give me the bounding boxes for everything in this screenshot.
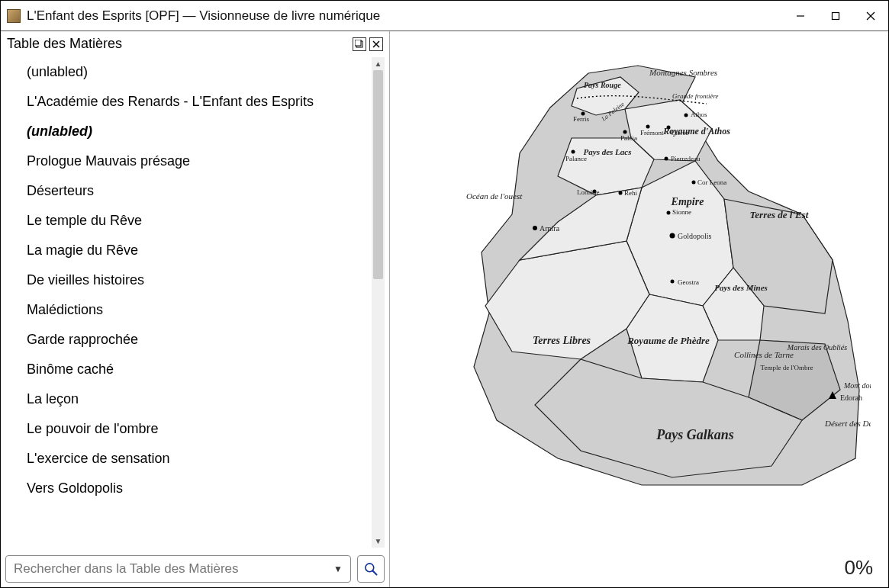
toc-item[interactable]: L'exercice de sensation [27,444,371,474]
minimize-button[interactable] [783,1,818,31]
map-label-montdore: Mont doré [843,381,871,390]
book-map: Océan de l'ouest Pays Rouge Montagnes So… [443,62,871,489]
toc-item[interactable]: (unlabled) [27,117,371,146]
toc-item[interactable]: (unlabled) [27,57,371,87]
scrollbar-track[interactable] [372,70,385,535]
map-label-ocean: Océan de l'ouest [466,191,523,201]
svg-point-20 [667,211,671,215]
svg-text:Goldopolis: Goldopolis [678,232,712,240]
toc-item[interactable]: Le temple du Rêve [27,206,371,236]
map-label-montagnes: Montagnes Sombres [649,68,717,77]
svg-point-16 [572,150,575,154]
toc-item[interactable]: Vers Goldopolis [27,474,371,503]
scroll-down-icon[interactable]: ▼ [372,535,385,548]
svg-point-14 [684,114,688,117]
close-panel-icon [372,40,381,49]
svg-text:Rehi: Rehi [624,189,637,197]
map-label-mines: Pays des Mines [714,283,768,292]
svg-text:Clerce: Clerce [671,129,688,137]
toc-item[interactable]: Garde rapprochée [27,325,371,355]
svg-text:Edorah: Edorah [840,394,862,402]
toc-item[interactable]: L'Académie des Renards - L'Enfant des Es… [27,87,371,117]
window-title: L'Enfant des Esprits [OPF] — Visionneuse… [27,8,380,24]
svg-text:Athos: Athos [691,111,707,118]
svg-text:Lomène: Lomène [577,188,600,196]
toc-list: (unlabled)L'Académie des Renards - L'Enf… [5,57,371,548]
close-panel-button[interactable] [369,37,383,51]
close-icon [866,11,875,21]
map-label-marais: Marais des Oubliés [787,343,847,352]
map-label-desert: Désert des Damnés [824,419,871,428]
toc-item[interactable]: De vieilles histoires [27,265,371,295]
toc-item[interactable]: Le pouvoir de l'ombre [27,414,371,444]
toc-item[interactable]: Malédictions [27,295,371,325]
toc-scrollbar[interactable]: ▲ ▼ [372,57,385,548]
scrollbar-thumb[interactable] [373,70,383,279]
content-pane[interactable]: Océan de l'ouest Pays Rouge Montagnes So… [390,31,888,587]
toc-title: Table des Matières [7,36,122,52]
scroll-up-icon[interactable]: ▲ [372,57,385,70]
svg-point-15 [665,157,668,161]
maximize-icon [831,11,840,21]
svg-text:Arnira: Arnira [540,224,560,233]
minimize-icon [796,11,805,21]
map-label-libres: Terres Libres [533,335,591,346]
svg-rect-5 [355,40,361,46]
restore-panel-button[interactable] [353,37,366,51]
titlebar: L'Enfant des Esprits [OPF] — Visionneuse… [1,1,888,31]
toc-item[interactable]: La leçon [27,384,371,414]
close-button[interactable] [853,1,888,31]
map-label-phedre: Royaume de Phèdre [626,335,710,346]
svg-text:Paléia: Paléia [620,134,637,142]
svg-text:Pierredeau: Pierredeau [671,155,701,162]
svg-point-18 [619,191,623,195]
map-label-tarne: Collines de Tarne [734,350,794,359]
toc-item[interactable]: Prologue Mauvais présage [27,146,371,176]
svg-text:Geostra: Geostra [678,278,699,286]
toc-item[interactable]: Binôme caché [27,355,371,384]
toc-search-input[interactable]: Rechercher dans la Table des Matières ▼ [5,555,351,583]
svg-text:Cor Leona: Cor Leona [697,178,726,186]
toc-scroll: (unlabled)L'Académie des Renards - L'Enf… [5,56,385,548]
map-label-galkans: Pays Galkans [655,427,734,442]
toc-search-button[interactable] [357,555,385,583]
svg-text:Ferris: Ferris [573,115,589,123]
search-icon [363,561,378,577]
toc-search-placeholder: Rechercher dans la Table des Matières [14,561,239,577]
window-controls [783,1,888,31]
svg-point-21 [670,233,675,239]
svg-text:Sionne: Sionne [672,208,691,216]
svg-text:Frémont: Frémont [640,129,664,137]
svg-point-12 [646,125,650,129]
reading-progress: 0% [844,556,873,580]
map-label-temple: Temple de l'Ombre [761,364,813,371]
app-body: Table des Matières (unlabled)L'Académie … [1,31,888,587]
maximize-button[interactable] [818,1,853,31]
book-icon [7,9,21,23]
toc-sidebar: Table des Matières (unlabled)L'Académie … [1,31,390,587]
svg-text:Palance: Palance [565,155,587,162]
toc-search-row: Rechercher dans la Table des Matières ▼ [5,548,385,583]
map-label-lacs: Pays des Lacs [584,147,632,156]
map-label-est: Terres de l'Est [750,209,809,220]
chevron-down-icon[interactable]: ▼ [329,564,347,574]
restore-panel-icon [355,40,364,49]
map-label-pays-rouge: Pays Rouge [584,81,621,89]
toc-item[interactable]: La magie du Rêve [27,236,371,265]
svg-line-9 [373,571,377,575]
toc-item[interactable]: Déserteurs [27,176,371,206]
svg-rect-1 [833,12,839,19]
toc-header: Table des Matières [5,34,385,56]
map-label-frontiere: Grande frontière [672,92,719,100]
svg-point-19 [692,181,696,185]
svg-point-22 [533,226,537,230]
svg-point-23 [671,280,675,284]
map-label-empire: Empire [671,196,704,207]
svg-point-11 [623,130,627,134]
